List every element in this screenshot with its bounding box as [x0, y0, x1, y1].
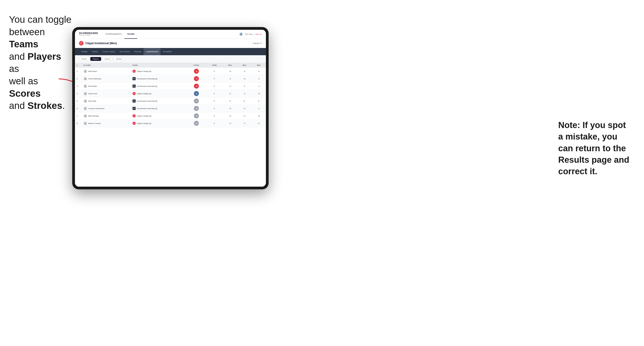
col-rank: #	[75, 63, 82, 68]
top-navigation: SCOREBOARD Powered by clippd TOURNAMENTS…	[75, 30, 266, 39]
col-rd2: RD2	[237, 63, 252, 68]
table-row: 2 Chris Robertson SU Scoreboard Universi…	[75, 75, 266, 82]
toggle-teams-button[interactable]: Teams	[79, 57, 90, 61]
thru-cell: F	[206, 97, 223, 105]
player-avatar	[84, 84, 87, 88]
rd3-cell: E	[252, 97, 266, 105]
thru-cell: F	[206, 112, 223, 120]
tab-leaderboards[interactable]: Leaderboards	[144, 48, 161, 55]
rd1-cell: +1	[223, 82, 237, 90]
rank-cell: 6	[75, 105, 82, 112]
toggle-strokes-button[interactable]: Strokes	[114, 57, 124, 61]
player-cell: Elliot Ebert	[82, 68, 131, 75]
rd3-cell: +6	[252, 112, 266, 120]
player-cell: Cameron Robertson	[82, 105, 131, 112]
team-cell: C Clippd College [A]	[131, 90, 187, 97]
score-badge: +8	[194, 113, 199, 118]
team-logo: SU	[132, 99, 136, 103]
col-total: TOTAL	[187, 63, 206, 68]
tab-teams[interactable]: Teams	[90, 48, 100, 55]
total-cell: +6	[187, 105, 206, 112]
player-cell: Blair McHarg	[82, 112, 131, 120]
score-badge: E	[194, 91, 199, 96]
team-cell: C Clippd College [A]	[131, 120, 187, 127]
tournament-title: C Clippd Invitational (Men)	[79, 41, 117, 45]
logo-sub: Powered by clippd	[79, 34, 98, 36]
player-cell: Chris Robertson	[82, 75, 131, 82]
tournament-header: C Clippd Invitational (Men) Cancel ✕	[75, 39, 266, 48]
nav-teams[interactable]: TEAMS	[124, 30, 137, 39]
team-logo: C	[132, 122, 136, 125]
col-team: TEAM	[131, 63, 187, 68]
thru-cell: F	[206, 105, 223, 112]
svg-point-7	[85, 115, 86, 116]
right-annotation: Note: If you spota mistake, youcan retur…	[558, 120, 635, 177]
rd2-cell: +7	[237, 120, 252, 127]
nav-tournaments[interactable]: TOURNAMENTS	[102, 30, 124, 39]
rd2-cell: -2	[237, 82, 252, 90]
user-icon: 👤	[239, 32, 243, 36]
table-row: 8 Marcus Turners C Clippd College [A] +1…	[75, 120, 266, 127]
team-logo: C	[132, 114, 136, 117]
col-thru: THRU	[206, 63, 223, 68]
player-avatar	[84, 77, 87, 80]
rd3-cell: +2	[252, 120, 266, 127]
logo-area: SCOREBOARD Powered by clippd	[79, 32, 98, 36]
tab-details[interactable]: Details	[79, 48, 90, 55]
team-logo: SU	[132, 77, 136, 80]
score-badge: -4	[194, 76, 199, 81]
table-row: 4 David Ford C Clippd College [A] E F +1…	[75, 90, 266, 97]
thru-cell: F	[206, 82, 223, 90]
svg-point-3	[85, 85, 86, 86]
total-cell: +8	[187, 112, 206, 120]
team-logo: C	[132, 92, 136, 95]
cancel-button[interactable]: Cancel ✕	[253, 42, 262, 44]
players-table: # PLAYER TEAM TOTAL THRU RD1 RD2 RD3 1	[75, 63, 266, 127]
total-cell: E	[187, 90, 206, 97]
svg-point-2	[85, 78, 86, 79]
table-row: 5 Rees Britt SU Scoreboard University [A…	[75, 97, 266, 105]
team-cell: SU Scoreboard University [A]	[131, 105, 187, 112]
team-logo: C	[132, 70, 136, 73]
sign-out-link[interactable]: Sign out	[255, 33, 262, 35]
tab-course-setup[interactable]: Course Setup	[100, 48, 117, 55]
rd1-cell: +3	[223, 68, 237, 75]
team-cell: SU Scoreboard University [A]	[131, 97, 187, 105]
toggle-players-button[interactable]: Players	[90, 57, 101, 61]
rank-cell: 8	[75, 120, 82, 127]
tab-printables[interactable]: Printables	[160, 48, 174, 55]
rank-cell: 4	[75, 90, 82, 97]
rd3-cell: +3	[252, 90, 266, 97]
team-cell: C Clippd College [A]	[131, 68, 187, 75]
rd1-cell: +2	[223, 112, 237, 120]
rd3-cell: -4	[252, 75, 266, 82]
total-cell: -4	[187, 75, 206, 82]
svg-point-5	[85, 100, 86, 101]
nav-right: 👤 Test User | Sign out	[239, 32, 262, 36]
total-cell: -2	[187, 82, 206, 90]
total-cell: +11	[187, 120, 206, 127]
tab-tee-groups[interactable]: Tee Groups	[117, 48, 132, 55]
tablet-frame: SCOREBOARD Powered by clippd TOURNAMENTS…	[72, 27, 268, 189]
col-rd3: RD3	[252, 63, 266, 68]
rd1-cell: +5	[223, 105, 237, 112]
player-avatar	[84, 107, 87, 110]
rank-cell: 3	[75, 82, 82, 90]
leaderboard-table: # PLAYER TEAM TOTAL THRU RD1 RD2 RD3 1	[75, 63, 266, 187]
total-cell: -8	[187, 68, 206, 75]
rd1-cell: -5	[223, 75, 237, 82]
team-cell: SU Scoreboard University [A]	[131, 82, 187, 90]
rank-cell: 7	[75, 112, 82, 120]
svg-point-8	[85, 122, 86, 124]
table-row: 7 Blair McHarg C Clippd College [A] +8 F…	[75, 112, 266, 120]
score-badge: +11	[194, 121, 199, 126]
player-avatar	[84, 114, 87, 118]
score-badge: +1	[194, 99, 199, 103]
tab-results[interactable]: Results	[132, 48, 144, 55]
toggle-scores-button[interactable]: Scores	[102, 57, 113, 61]
table-row: 6 Cameron Robertson SU Scoreboard Univer…	[75, 105, 266, 112]
svg-point-1	[85, 70, 86, 71]
team-cell: SU Scoreboard University [A]	[131, 75, 187, 82]
toggle-bar: Teams Players Scores Strokes	[75, 55, 266, 63]
logo-text: SCOREBOARD	[79, 32, 98, 34]
